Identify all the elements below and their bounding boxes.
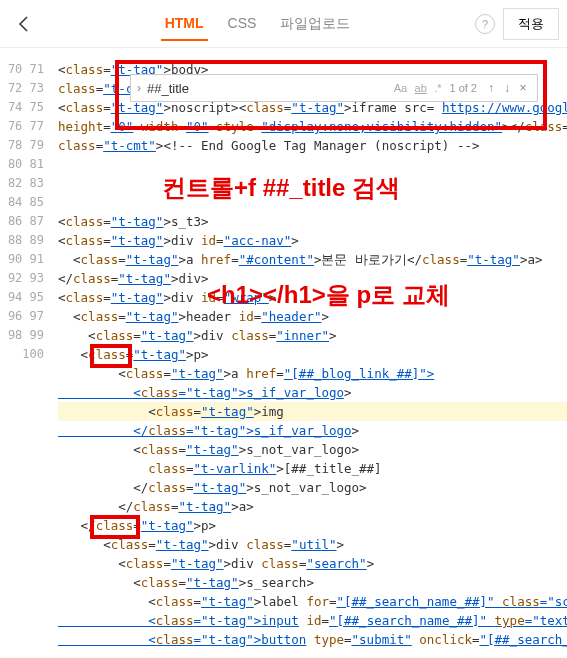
- annotation-text-2: <h1></h1>을 p로 교체: [207, 279, 450, 311]
- find-close-button[interactable]: ×: [515, 81, 531, 95]
- tab-html[interactable]: HTML: [161, 7, 208, 41]
- help-button[interactable]: ?: [475, 14, 495, 34]
- apply-button[interactable]: 적용: [503, 8, 559, 40]
- find-match-count: 1 of 2: [449, 82, 477, 94]
- annotation-text-1: 컨트롤+f ##_title 검색: [162, 172, 400, 204]
- tab-fileupload[interactable]: 파일업로드: [276, 7, 354, 41]
- find-input[interactable]: [145, 79, 392, 98]
- topbar: HTML CSS 파일업로드 ? 적용: [0, 0, 567, 48]
- editor-tabs: HTML CSS 파일업로드: [161, 7, 355, 41]
- tab-css[interactable]: CSS: [224, 7, 261, 41]
- find-word-toggle[interactable]: ab: [415, 82, 427, 94]
- find-prev-button[interactable]: ↑: [483, 81, 499, 95]
- find-case-toggle[interactable]: Aa: [394, 82, 407, 94]
- line-number-gutter: 70 71 72 73 74 75 76 77 78 79 80 81 82 8…: [0, 60, 52, 658]
- code-editor-content[interactable]: <class="t-tag">body> class="t-cmt"><!-- …: [58, 60, 567, 658]
- find-options: Aa ab .*: [392, 81, 444, 95]
- find-regex-toggle[interactable]: .*: [434, 82, 441, 94]
- find-next-button[interactable]: ↓: [499, 81, 515, 95]
- find-bar: › Aa ab .* 1 of 2 ↑ ↓ ×: [130, 74, 538, 102]
- find-expand-icon[interactable]: ›: [137, 81, 141, 95]
- arrow-left-icon: [14, 14, 34, 34]
- back-button[interactable]: [8, 8, 40, 40]
